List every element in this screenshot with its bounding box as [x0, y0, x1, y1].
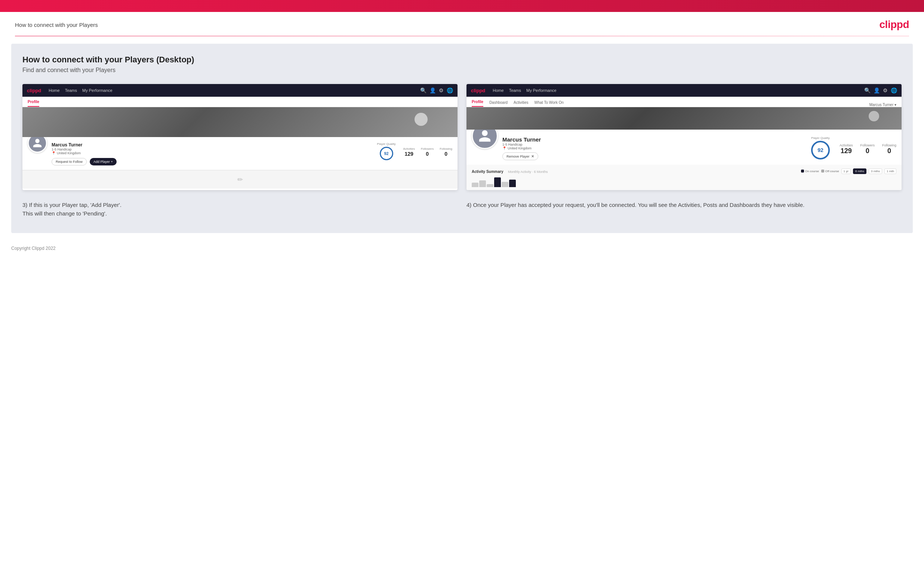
right-tab-what-to-work-on[interactable]: What To Work On	[535, 100, 564, 107]
activity-header: Activity Summary Monthly Activity · 6 Mo…	[472, 168, 897, 174]
left-bottom-area: ✏	[23, 170, 457, 189]
right-stat-activities: Activities 129	[840, 143, 853, 155]
left-quality-circle: 92	[380, 147, 393, 160]
time-btn-6mths[interactable]: 6 mths	[853, 168, 866, 174]
left-stats-row: Activities 129 Followers 0 Following 0	[403, 147, 452, 157]
activity-title-group: Activity Summary Monthly Activity · 6 Mo…	[472, 168, 548, 174]
chart-bar-4	[494, 177, 501, 187]
right-stat-followers: Followers 0	[860, 143, 875, 155]
search-icon[interactable]: 🔍	[420, 87, 426, 93]
activity-controls: On course Off course 1 yr 6 mths 3 mths …	[801, 168, 897, 174]
activity-subtitle: Monthly Activity · 6 Months	[508, 170, 548, 174]
right-tab-profile[interactable]: Profile	[472, 100, 483, 107]
right-activity-section: Activity Summary Monthly Activity · 6 Mo…	[467, 165, 901, 190]
left-tabs: Profile	[23, 97, 457, 107]
desc-right: 4) Once your Player has accepted your re…	[467, 201, 901, 218]
right-quality-label: Player Quality	[811, 136, 830, 140]
legend-on-course: On course	[801, 169, 819, 173]
user-icon[interactable]: 👤	[430, 87, 436, 93]
right-profile-row: Marcus Turner 1-5 Handicap 📍 United King…	[472, 133, 897, 160]
globe-icon-right[interactable]: 🌐	[891, 87, 897, 93]
left-nav-performance[interactable]: My Performance	[82, 88, 113, 93]
left-profile-info: Marcus Turner 1-5 Handicap 📍 United King…	[52, 142, 373, 155]
add-player-button[interactable]: Add Player +	[90, 158, 116, 166]
page-title: How to connect with your Players (Deskto…	[23, 55, 901, 64]
left-quality-label: Player Quality	[377, 142, 396, 146]
left-quality-wrap: Player Quality 92	[377, 142, 396, 160]
on-course-dot	[801, 169, 804, 172]
chart-bar-5	[502, 182, 508, 187]
chart-bar-1	[472, 183, 478, 187]
right-tabs: Profile Dashboard Activities What To Wor…	[467, 97, 901, 107]
left-nav-teams[interactable]: Teams	[65, 88, 77, 93]
right-stats-row: Activities 129 Followers 0 Following 0	[840, 143, 897, 155]
right-player-name: Marcus Turner	[502, 136, 807, 143]
settings-icon[interactable]: ⚙	[439, 87, 444, 93]
location-icon: 📍	[52, 151, 56, 155]
desc-right-text: 4) Once your Player has accepted your re…	[467, 201, 901, 209]
desc-left-text: 3) If this is your Player tap, 'Add Play…	[23, 201, 457, 218]
footer: Copyright Clippd 2022	[0, 240, 924, 258]
header-divider	[15, 36, 909, 36]
right-player-handicap: 1-5 Handicap	[502, 143, 807, 147]
right-profile-section: Marcus Turner 1-5 Handicap 📍 United King…	[467, 130, 901, 165]
main-content: How to connect with your Players (Deskto…	[11, 44, 913, 233]
header: How to connect with your Players clippd	[0, 12, 924, 36]
settings-icon-right[interactable]: ⚙	[883, 87, 888, 93]
right-nav-performance[interactable]: My Performance	[526, 88, 557, 93]
desc-left: 3) If this is your Player tap, 'Add Play…	[23, 201, 457, 218]
left-player-country: 📍 United Kingdom	[52, 151, 373, 155]
top-bar	[0, 0, 924, 12]
right-tab-activities[interactable]: Activities	[514, 100, 528, 107]
left-tab-profile[interactable]: Profile	[27, 100, 39, 107]
right-nav: clippd Home Teams My Performance 🔍 👤 ⚙ 🌐	[467, 84, 901, 97]
remove-player-button[interactable]: Remove Player ✕	[502, 152, 538, 160]
descriptions-row: 3) If this is your Player tap, 'Add Play…	[23, 201, 901, 218]
left-stat-following: Following 0	[439, 147, 452, 157]
follow-button[interactable]: Request to Follow	[52, 158, 87, 166]
screenshot-left: clippd Home Teams My Performance 🔍 👤 ⚙ 🌐…	[23, 84, 457, 190]
right-golf-banner	[467, 107, 901, 130]
screenshots-row: clippd Home Teams My Performance 🔍 👤 ⚙ 🌐…	[23, 84, 901, 190]
close-icon: ✕	[531, 154, 534, 158]
left-nav-logo: clippd	[27, 88, 41, 93]
left-nav-icons: 🔍 👤 ⚙ 🌐	[420, 87, 453, 93]
search-icon-right[interactable]: 🔍	[864, 87, 871, 93]
left-stat-followers: Followers 0	[421, 147, 434, 157]
left-player-handicap: 1-5 Handicap	[52, 148, 373, 151]
time-btn-1yr[interactable]: 1 yr	[842, 168, 851, 174]
left-stat-activities: Activities 129	[403, 147, 415, 157]
left-nav: clippd Home Teams My Performance 🔍 👤 ⚙ 🌐	[23, 84, 457, 97]
left-button-row: Request to Follow Add Player +	[52, 158, 373, 166]
left-golf-banner	[23, 107, 457, 137]
copyright-text: Copyright Clippd 2022	[11, 246, 56, 251]
logo: clippd	[880, 19, 909, 31]
right-nav-teams[interactable]: Teams	[509, 88, 521, 93]
off-course-dot	[821, 169, 824, 172]
right-nav-home[interactable]: Home	[493, 88, 504, 93]
left-profile-section: Marcus Turner 1-5 Handicap 📍 United King…	[23, 137, 457, 170]
header-title: How to connect with your Players	[15, 22, 98, 28]
left-player-name: Marcus Turner	[52, 142, 373, 148]
activity-chart	[472, 176, 897, 187]
time-btn-1mth[interactable]: 1 mth	[884, 168, 897, 174]
left-profile-row: Marcus Turner 1-5 Handicap 📍 United King…	[27, 141, 452, 166]
user-icon-right[interactable]: 👤	[874, 87, 880, 93]
chart-bar-6	[509, 180, 516, 187]
activity-title: Activity Summary	[472, 169, 503, 174]
right-nav-icons: 🔍 👤 ⚙ 🌐	[864, 87, 897, 93]
page-subtitle: Find and connect with your Players	[23, 67, 901, 74]
screenshot-right: clippd Home Teams My Performance 🔍 👤 ⚙ 🌐…	[467, 84, 901, 190]
chart-bar-2	[479, 181, 486, 187]
right-tab-dashboard[interactable]: Dashboard	[489, 100, 507, 107]
right-player-country: 📍 United Kingdom	[502, 147, 807, 150]
right-quality-wrap: Player Quality 92	[811, 136, 830, 160]
right-tab-user[interactable]: Marcus Turner ▾	[869, 103, 897, 107]
time-btn-3mths[interactable]: 3 mths	[869, 168, 882, 174]
right-quality-circle: 92	[811, 141, 830, 160]
globe-icon[interactable]: 🌐	[447, 87, 453, 93]
right-stat-following: Following 0	[882, 143, 897, 155]
pencil-icon: ✏	[237, 176, 243, 184]
location-icon-right: 📍	[502, 147, 506, 150]
left-nav-home[interactable]: Home	[48, 88, 60, 93]
